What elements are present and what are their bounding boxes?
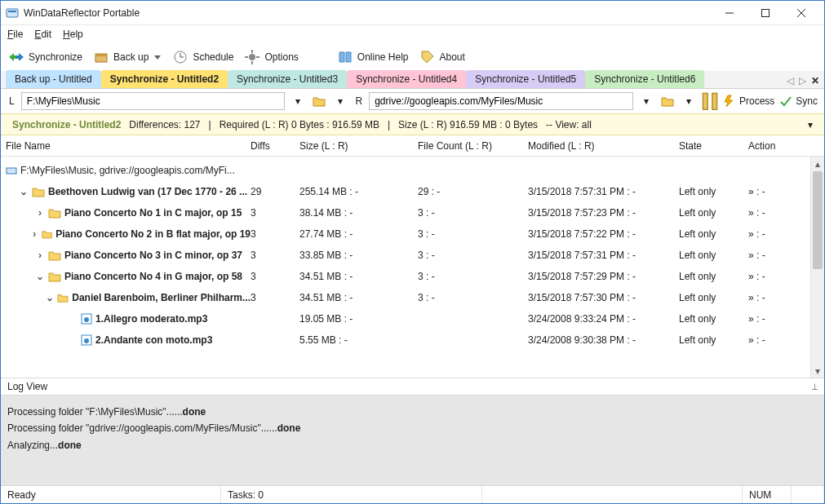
summary-required: Required (L : R) 0 Bytes : 916.59 MB (220, 119, 379, 130)
cell-action: » : - (748, 271, 797, 282)
tab-synchronize-untitled4[interactable]: Synchronize - Untitled4 (347, 70, 466, 88)
cell-modified: 3/15/2018 7:57:31 PM : - (528, 186, 679, 197)
log-view-title: Log View (7, 381, 47, 392)
options-button[interactable]: Options (245, 50, 298, 64)
expand-toggle[interactable]: ⌄ (46, 293, 54, 303)
tree-row[interactable]: 1.Allegro moderato.mp319.05 MB : -3/24/2… (6, 308, 819, 329)
left-browse-dropdown[interactable]: ▾ (332, 93, 348, 109)
log-view: Processing folder "F:\MyFiles\Music"....… (1, 396, 824, 485)
left-path-input[interactable] (21, 92, 286, 110)
tab-synchronize-untitled3[interactable]: Synchronize - Untitled3 (228, 70, 347, 88)
cell-size: 27.74 MB : - (299, 228, 418, 240)
tree-row[interactable]: ⌄Piano Concerto No 4 in G major, op 5833… (6, 266, 819, 287)
svg-rect-9 (95, 54, 107, 56)
chevron-down-icon (153, 53, 162, 61)
backup-label: Back up (113, 51, 149, 63)
left-browse-button[interactable] (311, 93, 327, 109)
vertical-scrollbar[interactable]: ▴ ▾ (810, 157, 824, 378)
synchronize-button[interactable]: Synchronize (9, 50, 82, 64)
maximize-button[interactable] (747, 2, 783, 24)
minimize-icon (725, 9, 734, 17)
col-filename[interactable]: File Name (6, 140, 251, 152)
col-modified[interactable]: Modified (L : R) (528, 140, 679, 152)
status-num: NUM (743, 486, 792, 503)
expand-toggle[interactable]: ⌄ (19, 187, 29, 197)
scroll-thumb[interactable] (813, 171, 823, 269)
tab-scroll-right[interactable]: ▷ (799, 75, 806, 86)
right-path-input[interactable] (369, 92, 633, 110)
cell-modified: 3/15/2018 7:57:29 PM : - (528, 271, 679, 282)
tree-row[interactable]: ⌄Daniel Barenboim, Berliner Philharm...3… (6, 287, 819, 308)
gear-icon (245, 50, 259, 64)
right-browse-dropdown[interactable]: ▾ (681, 93, 697, 109)
expand-toggle[interactable]: › (35, 250, 45, 260)
schedule-button[interactable]: Schedule (173, 50, 233, 64)
scroll-down-button[interactable]: ▾ (811, 364, 824, 378)
tab-synchronize-untitled5[interactable]: Synchronize - Untitled5 (466, 70, 585, 88)
col-state[interactable]: State (679, 140, 748, 152)
summary-dropdown[interactable]: ▾ (808, 119, 813, 130)
tab-synchronize-untitled6[interactable]: Synchronize - Untitled6 (585, 70, 704, 88)
cell-state: Left only (679, 207, 748, 219)
right-browse-button[interactable] (659, 93, 676, 109)
tab-close[interactable]: ✕ (811, 75, 819, 86)
cell-state: Left only (679, 228, 748, 240)
svg-rect-3 (762, 9, 770, 16)
columns-icon (702, 92, 718, 111)
cell-state: Left only (679, 271, 748, 282)
about-button[interactable]: About (420, 50, 465, 64)
tree-row[interactable]: ›Piano Concerto No 1 in C major, op 1533… (6, 202, 819, 223)
expand-toggle[interactable]: › (35, 208, 45, 218)
cell-state: Left only (679, 313, 748, 325)
tree-row[interactable]: ›Piano Concerto No 3 in C minor, op 3733… (6, 245, 819, 266)
tree-row[interactable]: ›Piano Concerto No 2 in B flat major, op… (6, 223, 819, 245)
tree-row[interactable]: 2.Andante con moto.mp35.55 MB : -3/24/20… (6, 329, 819, 351)
expand-toggle[interactable]: ⌄ (35, 272, 45, 281)
folder-icon (57, 292, 69, 303)
file-name: 2.Andante con moto.mp3 (95, 334, 212, 346)
col-action[interactable]: Action (748, 140, 797, 152)
tree-root-label: F:\MyFiles\Music, gdrive://googleapis.co… (20, 165, 235, 176)
minimize-button[interactable] (712, 2, 747, 24)
cell-state: Left only (679, 292, 748, 303)
folder-icon (42, 228, 52, 240)
cell-modified: 3/15/2018 7:57:31 PM : - (528, 250, 679, 261)
sync-button[interactable]: Sync (779, 95, 818, 108)
cell-modified: 3/15/2018 7:57:30 PM : - (528, 292, 679, 303)
process-button[interactable]: Process (723, 95, 774, 108)
backup-button[interactable]: Back up (94, 50, 162, 64)
tree-root[interactable]: F:\MyFiles\Music, gdrive://googleapis.co… (6, 160, 819, 181)
file-name: Beethoven Ludwig van (17 Dec 1770 - 26 .… (48, 186, 247, 197)
col-diffs[interactable]: Diffs (251, 140, 299, 152)
cell-modified: 3/24/2008 9:33:24 PM : - (528, 313, 679, 325)
tab-back-up-untitled[interactable]: Back up - Untitled (6, 70, 101, 88)
right-path-dropdown[interactable]: ▾ (638, 93, 654, 109)
col-count[interactable]: File Count (L : R) (418, 140, 528, 152)
col-size[interactable]: Size (L : R) (299, 140, 418, 152)
cell-count: 3 : - (418, 271, 528, 282)
svg-marker-6 (9, 53, 16, 61)
cell-count: 3 : - (418, 292, 528, 303)
scroll-up-button[interactable]: ▴ (811, 157, 824, 170)
expand-toggle[interactable]: › (30, 229, 38, 239)
column-headers: File Name Diffs Size (L : R) File Count … (1, 135, 824, 157)
cell-action: » : - (748, 250, 797, 261)
tab-scroll-left[interactable]: ◁ (787, 75, 794, 86)
cell-count: 29 : - (418, 186, 528, 197)
columns-button[interactable] (702, 93, 718, 109)
log-line: Analyzing...done (7, 437, 818, 453)
online-help-button[interactable]: Online Help (338, 50, 409, 64)
menu-file[interactable]: File (7, 29, 23, 40)
close-button[interactable] (783, 2, 819, 24)
cell-size: 38.14 MB : - (299, 207, 418, 219)
menu-help[interactable]: Help (63, 29, 83, 40)
tab-synchronize-untitled2[interactable]: Synchronize - Untitled2 (101, 70, 228, 88)
menu-bar: File Edit Help (1, 25, 824, 43)
left-path-dropdown[interactable]: ▾ (290, 93, 306, 109)
pin-icon[interactable]: ⟂ (812, 381, 818, 392)
menu-edit[interactable]: Edit (34, 29, 51, 40)
cell-size: 33.85 MB : - (299, 250, 418, 261)
resize-grip[interactable] (792, 486, 824, 503)
app-icon (6, 7, 19, 20)
tree-row[interactable]: ⌄Beethoven Ludwig van (17 Dec 1770 - 26 … (6, 181, 819, 202)
